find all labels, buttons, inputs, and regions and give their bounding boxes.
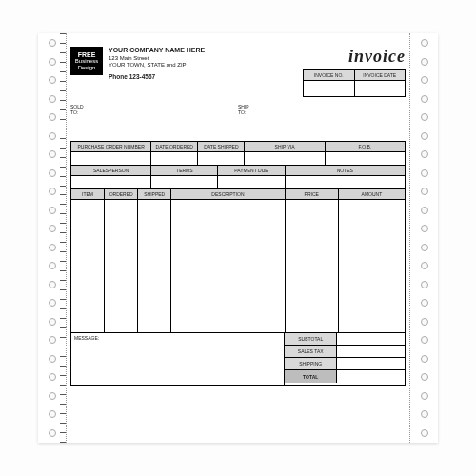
- header-payment-due: PAYMENT DUE: [218, 166, 285, 176]
- order-info-row2: SALESPERSON TERMS PAYMENT DUE NOTES: [70, 165, 406, 189]
- perforation-left: [38, 33, 67, 443]
- logo-badge: FREE Business Design: [70, 47, 103, 75]
- invoice-date-value: [355, 81, 406, 96]
- sold-to-label: SOLD TO:: [70, 105, 88, 137]
- line-items-table: ITEM ORDERED SHIPPED DESCRIPTION PRICE A…: [70, 188, 406, 333]
- header-terms: TERMS: [151, 166, 218, 176]
- ship-to-label: SHIP TO:: [238, 105, 255, 137]
- header-notes: NOTES: [285, 166, 405, 176]
- col-description: [171, 200, 285, 333]
- header-po: PURCHASE ORDER NUMBER: [71, 142, 151, 152]
- document-title: invoice: [303, 47, 406, 67]
- logo-line1: FREE: [72, 51, 101, 59]
- col-ordered: [105, 200, 138, 333]
- order-info-row1: PURCHASE ORDER NUMBER DATE ORDERED DATE …: [70, 141, 406, 166]
- header-salesperson: SALESPERSON: [71, 166, 151, 176]
- message-box: MESSAGE:: [71, 333, 285, 385]
- shipping-amount: [337, 358, 405, 370]
- header-shipped: SHIPPED: [138, 189, 171, 200]
- logo-line2: Business: [72, 58, 101, 65]
- col-price: [285, 200, 338, 333]
- invoice-meta-box: INVOICE NO. INVOICE DATE: [303, 69, 406, 97]
- header-date-ordered: DATE ORDERED: [151, 142, 198, 152]
- perforation-right: [409, 33, 438, 443]
- header-date-shipped: DATE SHIPPED: [198, 142, 245, 152]
- company-address: 123 Main Street: [109, 55, 205, 63]
- header-item: ITEM: [71, 189, 105, 200]
- header-description: DESCRIPTION: [171, 189, 285, 200]
- sold-to-box: [88, 105, 238, 137]
- col-amount: [338, 200, 405, 333]
- total-amount: [337, 370, 405, 383]
- ship-to-box: [255, 105, 406, 137]
- header-ordered: ORDERED: [105, 189, 138, 200]
- salestax-amount: [337, 346, 405, 358]
- invoice-no-value: [304, 81, 354, 96]
- subtotal-label: SUBTOTAL: [285, 333, 337, 346]
- header-price: PRICE: [285, 189, 338, 200]
- message-label: MESSAGE:: [74, 335, 99, 341]
- header-fob: F.O.B.: [325, 142, 405, 152]
- subtotal-amount: [337, 333, 405, 346]
- logo-line3: Design: [72, 65, 101, 71]
- header-amount: AMOUNT: [338, 189, 405, 200]
- invoice-date-label: INVOICE DATE: [355, 70, 406, 81]
- invoice-form: FREE Business Design YOUR COMPANY NAME H…: [38, 33, 438, 443]
- shipping-label: SHIPPING: [285, 358, 337, 370]
- company-block: YOUR COMPANY NAME HERE 123 Main Street Y…: [109, 47, 205, 81]
- totals-block: SUBTOTAL SALES TAX SHIPPING TOTAL: [285, 333, 405, 385]
- col-shipped: [138, 200, 171, 333]
- invoice-no-label: INVOICE NO.: [304, 70, 354, 81]
- bottom-section: MESSAGE: SUBTOTAL SALES TAX SHIPPING TOT…: [70, 333, 406, 386]
- company-name: YOUR COMPANY NAME HERE: [109, 47, 205, 55]
- company-phone: Phone 123-4567: [109, 73, 205, 81]
- total-label: TOTAL: [285, 370, 337, 383]
- salestax-label: SALES TAX: [285, 346, 337, 358]
- col-item: [71, 200, 105, 333]
- company-citystate: YOUR TOWN, STATE and ZIP: [109, 62, 205, 69]
- header-ship-via: SHIP VIA: [245, 142, 325, 152]
